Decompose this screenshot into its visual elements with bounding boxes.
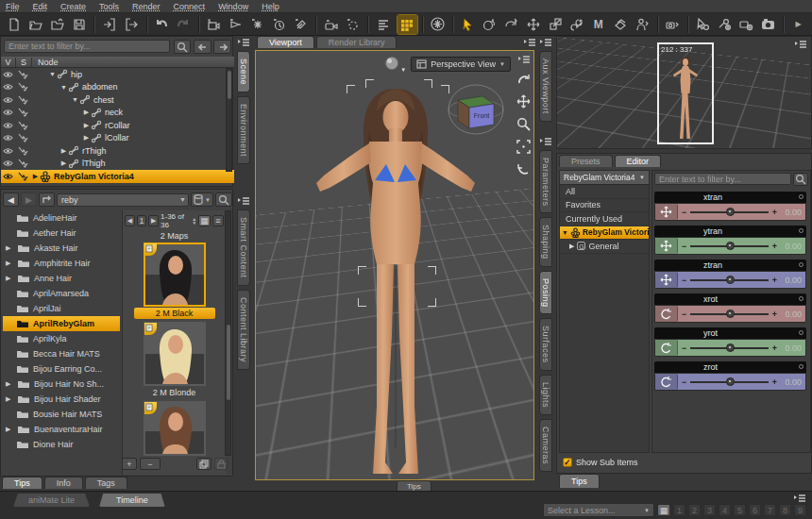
folder-row[interactable]: Bijou Earring Co... [3,361,120,377]
slider-handle[interactable] [726,208,735,216]
tab-tags[interactable]: Tags [85,477,127,489]
slider-yrot[interactable]: yrot − + 0.00 [654,327,806,357]
pane-menu-icon[interactable] [237,38,250,47]
parameter-settings-icon[interactable] [799,296,804,301]
scene-node-row[interactable]: ▼ chest [1,93,228,107]
folder-row[interactable]: ▶Amphitrite Hair [3,256,120,271]
scene-node-row[interactable]: ▼ hip [1,68,228,81]
tab-animate-lite[interactable]: aniMate Lite [13,494,90,507]
camera-gear-icon[interactable] [736,15,756,34]
selectable-pointer-icon[interactable] [15,146,31,156]
figure-tool-icon[interactable] [633,15,652,34]
folder-row[interactable]: ▶BuenaventuraHair [3,422,120,437]
database-icon[interactable]: ▼ [191,193,213,207]
folder-row[interactable]: AprilJai [3,301,120,316]
reset-rotate-icon[interactable] [516,162,531,176]
tab-presets[interactable]: Presets [559,155,613,167]
pane-menu-icon[interactable] [237,196,250,206]
menu-connect[interactable]: Connect [174,2,206,11]
nudge-minus[interactable]: − [678,276,686,285]
slider-value[interactable]: 0.00 [777,377,805,387]
nudge-minus[interactable]: − [678,377,686,387]
locked-icon[interactable] [214,458,228,470]
view-cube[interactable]: Front [447,81,505,138]
slider-track[interactable] [690,347,768,349]
lesson-number-button[interactable]: 9 [794,504,806,516]
new-point-light-icon[interactable] [247,15,267,34]
page-prev-icon[interactable]: ◀ [125,215,135,226]
new-camera-icon[interactable] [204,15,224,34]
new-spotlight-icon[interactable] [226,15,245,34]
page-number[interactable]: 1 [137,215,147,226]
tab-shaping[interactable]: Shaping [539,217,552,267]
scene-node-row[interactable]: ▶ lCollar [1,132,228,145]
lesson-number-button[interactable]: 8 [779,504,791,516]
scene-filter-input[interactable] [4,40,170,53]
pane-menu-icon[interactable] [539,38,552,47]
slider-handle[interactable] [726,343,735,352]
scene-scrollbar[interactable] [226,68,232,172]
folder-row[interactable]: Dione Hair [3,437,120,452]
import-icon[interactable] [99,15,119,34]
list-view-icon[interactable]: ≡ [212,215,224,226]
slider-value[interactable]: 0.00 [777,242,805,251]
export-icon[interactable] [122,15,142,34]
nudge-minus[interactable]: − [678,310,686,319]
copy-pages-icon[interactable] [196,458,211,470]
scene-node-row[interactable]: ▶ rThigh [1,144,228,158]
parameter-settings-icon[interactable] [799,330,804,335]
tab-aux-viewport[interactable]: Aux Viewport [539,51,552,122]
slider-xtran[interactable]: xtran − + 0.00 [654,192,806,221]
figure-victoria4[interactable] [311,85,481,480]
scene-list-icon[interactable] [373,15,393,34]
search-icon[interactable] [793,173,808,186]
folder-row[interactable]: AprilAmarseda [3,286,120,301]
slider-handle[interactable] [726,310,735,318]
pointer-settings-icon[interactable] [693,15,713,34]
slider-track[interactable] [690,279,768,281]
scene-node-row[interactable]: ▶ neck [1,107,228,120]
lesson-pages-button[interactable]: ▦ [657,504,670,516]
visibility-eye-icon[interactable] [1,71,15,78]
lesson-dropdown[interactable]: Select a Lesson...▼ [543,503,654,517]
lesson-number-button[interactable]: 5 [734,504,746,516]
menu-help[interactable]: Help [262,2,279,11]
slider-track[interactable] [690,211,768,213]
new-distant-light-icon[interactable] [291,15,311,34]
surface-selection-icon[interactable] [610,15,630,34]
slider-track[interactable] [690,245,768,247]
add-button[interactable]: + [122,458,137,470]
visibility-eye-icon[interactable] [1,96,15,104]
pane-menu-icon[interactable] [517,55,531,64]
slider-track[interactable] [690,381,768,383]
forward-icon[interactable]: ▶ [21,193,37,207]
slider-value[interactable]: 0.00 [777,310,805,319]
tab-tips[interactable]: Tips [2,477,42,489]
folder-row-selected[interactable]: AprilRebyGlam [3,316,120,331]
selectable-pointer-icon[interactable] [15,108,31,117]
nudge-minus[interactable]: − [678,208,686,217]
viewport-canvas[interactable]: ▼ Perspective View ▼ Front [255,50,534,480]
page-spinner[interactable]: ▲▼ [192,217,196,225]
save-icon[interactable] [69,15,89,34]
remove-button[interactable]: − [140,458,161,470]
viewport-sphere-icon[interactable]: ▼ [383,56,406,73]
pane-menu-icon[interactable] [523,38,536,50]
orbit-icon[interactable] [516,73,531,86]
texture-shaded-icon[interactable] [398,15,417,34]
node-selection-cursor-icon[interactable] [458,15,478,34]
slider-zrot[interactable]: zrot − + 0.00 [654,361,806,391]
up-folder-icon[interactable] [39,193,55,207]
selectable-pointer-icon[interactable] [15,121,31,130]
filter-next-icon[interactable] [213,40,231,54]
menu-window[interactable]: Window [218,2,248,11]
node-selector-dropdown[interactable]: RebyGlam Victoria4▼ [560,171,649,185]
parameter-settings-icon[interactable] [799,194,804,199]
visibility-eye-icon[interactable] [1,122,15,129]
lesson-number-button[interactable]: 6 [749,504,761,516]
folder-row[interactable]: AdelineHair [3,210,120,226]
aux-viewport[interactable]: 212 : 337 [556,36,812,149]
scale-tool-icon[interactable] [545,15,565,34]
group-currently-used[interactable]: Currently Used [560,212,649,226]
slider-ytran[interactable]: ytran − + 0.00 [654,226,806,255]
